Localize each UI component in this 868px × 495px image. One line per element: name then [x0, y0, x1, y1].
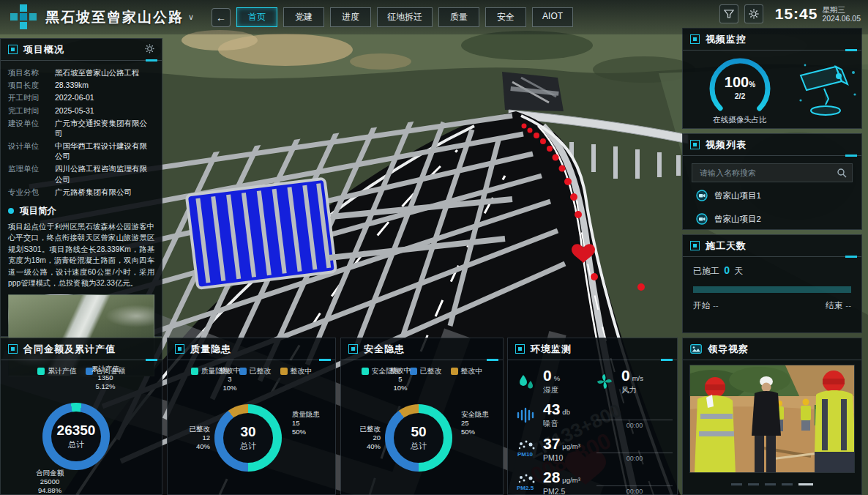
field-value: 中国华西工程设计建设有限公司	[55, 141, 154, 161]
header-accent	[845, 256, 857, 258]
metric-value: 28	[543, 469, 560, 485]
slice-callout: 已整改 12 40%	[171, 425, 210, 451]
back-button[interactable]: ←	[212, 8, 231, 27]
legend-label: 累计产值	[48, 366, 77, 376]
leader-visit-photo[interactable]	[689, 365, 855, 473]
legend-item[interactable]: 整改中	[280, 366, 313, 376]
legend-item[interactable]: 整改中	[451, 366, 483, 376]
tab-party[interactable]: 党建	[283, 7, 324, 27]
slice-callout: 合同金额 25000 94.88%	[17, 469, 83, 495]
end-date: 结束--	[826, 300, 851, 311]
header-accent	[319, 359, 331, 361]
search-icon[interactable]	[837, 168, 847, 181]
gauge-percent: 100	[725, 74, 749, 90]
panel-marker-icon	[690, 34, 700, 44]
field-row: 监理单位四川公路工程咨询监理有限公司	[8, 163, 154, 184]
video-list-panel: 视频列表 曾家山项目1	[682, 133, 862, 230]
settings-button[interactable]	[744, 4, 763, 23]
dashboard: ZK133+800 008+800 黑石坡至曾家山公路 ∨ ← 首页 党建 进度…	[0, 0, 868, 495]
start-date: 开始--	[693, 300, 719, 311]
panel-title: 安全隐患	[364, 343, 405, 356]
humidity-icon	[517, 372, 536, 391]
panel-title: 质量隐患	[190, 343, 231, 356]
app-logo-icon	[7, 3, 40, 32]
gear-icon	[749, 9, 759, 19]
donut-total-label: 总计	[240, 441, 256, 452]
time-axis-label: 00:00	[596, 453, 673, 462]
video-list-item[interactable]: 曾家山项目1	[696, 190, 851, 201]
legend-label: 整改中	[291, 366, 313, 376]
carousel-dot-active[interactable]	[798, 483, 813, 485]
tab-aiot[interactable]: AIOT	[532, 7, 573, 27]
blue-sign	[187, 179, 336, 289]
field-row: 建设单位广元市交通投资集团有限公司	[8, 118, 154, 138]
clock: 15:45 星期三 2024.06.05	[775, 5, 861, 23]
slice-callout: 质量隐患 15 50%	[292, 410, 336, 436]
field-value: 黑石坡至曾家山公路工程	[55, 67, 140, 78]
gauge-caption: 在线摄像头占比	[690, 115, 790, 125]
metric-name: 湿度	[543, 385, 560, 395]
overview-settings-button[interactable]	[145, 43, 154, 56]
pm25-trend-chart: 00:00	[596, 465, 673, 495]
field-label: 开工时间	[8, 92, 55, 103]
panel-title: 视频列表	[706, 138, 747, 152]
slice-callout: 安全隐患 25 50%	[461, 410, 504, 436]
title-dropdown-caret[interactable]: ∨	[188, 12, 194, 22]
tab-quality[interactable]: 质量	[438, 7, 479, 27]
metric-name: 风力	[621, 385, 643, 395]
tab-land[interactable]: 征地拆迁	[377, 7, 433, 27]
noise-trend-chart: 00:00	[596, 399, 673, 429]
panel-marker-icon	[690, 241, 700, 250]
filter-button[interactable]	[719, 4, 738, 23]
field-label: 建设单位	[8, 118, 55, 138]
panel-title: 环境监测	[531, 343, 572, 356]
header-accent	[146, 359, 157, 361]
video-item-label: 曾家山项目1	[714, 190, 761, 201]
tab-safety[interactable]: 安全	[485, 7, 526, 27]
pm10-metric: PM10 37μg/m³ PM10	[515, 433, 594, 464]
legend-item[interactable]: 累计产值	[37, 366, 77, 376]
legend-label: 整改中	[461, 366, 483, 376]
nav-tabs: 首页 党建 进度 征地拆迁 质量 安全 AIOT	[236, 7, 573, 27]
video-search-input[interactable]	[692, 163, 853, 182]
legend-swatch	[451, 368, 458, 375]
tab-home[interactable]: 首页	[236, 7, 277, 27]
tab-progress[interactable]: 进度	[330, 7, 371, 27]
carousel-dot[interactable]	[731, 483, 742, 485]
video-list-item[interactable]: 曾家山项目2	[696, 213, 851, 225]
legend-swatch	[191, 368, 198, 375]
photo-carousel-dots	[683, 483, 861, 485]
metric-value: 0	[621, 367, 630, 384]
camera-dot-icon	[696, 190, 708, 201]
clock-date: 2024.06.05	[822, 14, 861, 23]
pm10-icon: PM10	[516, 439, 536, 458]
panel-title: 视频监控	[706, 33, 747, 46]
image-icon	[690, 344, 702, 354]
carousel-dot[interactable]	[748, 483, 759, 485]
days-unit: 天	[734, 266, 743, 276]
header-accent	[487, 359, 498, 361]
field-row: 完工时间2025-05-31	[8, 105, 154, 116]
field-value: 2025-05-31	[55, 105, 94, 116]
carousel-dot[interactable]	[765, 483, 776, 485]
panel-marker-icon	[8, 344, 18, 354]
carousel-dot[interactable]	[782, 483, 793, 485]
metric-unit: %	[554, 374, 560, 382]
legend-swatch	[37, 368, 45, 375]
gauge-fraction: 2/2	[690, 92, 790, 100]
donut-total: 30	[240, 424, 255, 440]
field-value: 四川公路工程咨询监理有限公司	[55, 163, 154, 184]
field-row: 项目名称黑石坡至曾家山公路工程	[8, 67, 154, 78]
video-item-label: 曾家山项目2	[714, 214, 761, 225]
slice-callout: 已整改 20 40%	[343, 425, 381, 451]
metric-value: 37	[543, 435, 560, 452]
field-row: 设计单位中国华西工程设计建设有限公司	[8, 141, 154, 161]
safety-hazard-panel: 安全隐患 安全隐患 已整改 整改中 50 总计 整改中 5 10% 已整改 20…	[340, 338, 504, 495]
legend-swatch	[280, 368, 288, 375]
field-label: 设计单位	[8, 141, 55, 161]
field-value: 2022-06-01	[55, 92, 94, 103]
environment-panel: 环境监测 0% 湿度	[507, 338, 678, 495]
video-monitor-panel: 视频监控 100% 2/2 在线摄像头占比	[682, 28, 862, 129]
intro-text: 项目起点位于利州区黑石坡森林公园游客中心平交口，终点衔接朝天区曾家山旅游景区规划…	[1, 219, 162, 291]
slice-callout: 整改中 3 10%	[204, 366, 255, 392]
